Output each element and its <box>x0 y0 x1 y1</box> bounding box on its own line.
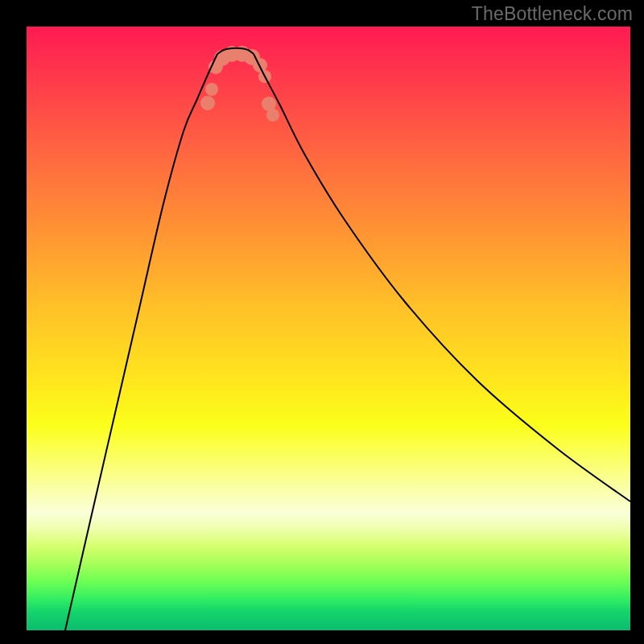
watermark-text: TheBottleneck.com <box>472 3 633 25</box>
bead-marker <box>266 109 279 122</box>
curve-right <box>254 54 630 502</box>
curve-left <box>65 54 217 630</box>
curve-layer <box>27 27 630 630</box>
plot-area <box>27 27 630 630</box>
bead-marker <box>205 83 218 96</box>
bead-markers <box>200 46 279 122</box>
bead-marker <box>200 96 215 110</box>
chart-frame: TheBottleneck.com <box>0 0 644 644</box>
